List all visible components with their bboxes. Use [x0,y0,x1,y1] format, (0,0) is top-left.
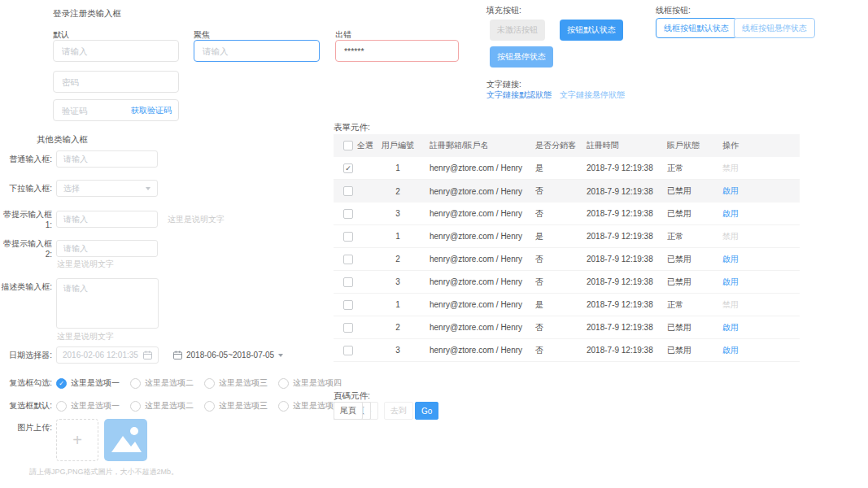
other-inputs-title: 其他类输入框 [37,134,88,146]
select-input-row: 下拉输入框: 选择 [0,180,158,197]
cell-distributor: 是 [529,299,581,311]
radio-option-label: 这里是选项一 [71,400,120,412]
row-action-link[interactable]: 啟用 [722,186,739,195]
normal-input[interactable] [56,150,158,168]
datetime-value: 2016-02-06 12:01:35 [63,351,138,359]
cell-distributor: 否 [529,322,581,333]
hint-input-1[interactable] [56,211,158,228]
header-email: 註冊郵箱/賬戶名 [421,140,529,151]
text-link-hover[interactable]: 文字鏈接悬停狀態 [560,89,625,101]
radio-group: 这里是选项一这里是选项二这里是选项三这里是选项四 [56,400,352,412]
hint-input-1-label: 带提示输入框1: [0,209,52,229]
cell-register-time: 2018-7-9 12:19:38 [581,163,662,172]
select-dropdown[interactable]: 选择 [56,180,158,197]
radio-icon [278,378,289,389]
radio-option[interactable]: 这里是选项三 [204,400,268,412]
inactive-button[interactable]: 未激活按钮 [490,20,545,41]
row-action-link[interactable]: 啟用 [722,346,739,355]
header-action: 操作 [716,140,800,151]
table-row: 1henry@ztore.com / Henry是2018-7-9 12:19:… [334,294,800,316]
table-section-title: 表單元件: [334,122,370,133]
cell-register-time: 2018-7-9 12:19:38 [581,300,662,309]
radio-option[interactable]: 这里是选项三 [204,377,268,389]
date-picker-label: 日期选择器: [0,350,52,361]
radio-icon [56,401,67,412]
row-action-link[interactable]: 禁用 [722,300,739,309]
select-all-checkbox[interactable] [343,141,353,150]
outline-default-button[interactable]: 线框按钮默认状态 [656,18,737,38]
row-checkbox[interactable] [343,300,353,310]
cell-register-time: 2018-7-9 12:19:38 [581,187,662,196]
textarea-row: 描述类输入框: [0,278,159,329]
radio-option[interactable]: 这里是选项二 [130,400,194,412]
header-user-id: 用戶編號 [374,140,421,151]
cell-user-id: 2 [374,323,421,332]
style-guide-page: 登录注册类输入框 默认 聚焦 出错 获取验证码 填充按钮: 未激活按钮 按钮默认… [0,0,868,488]
table-row: 3henry@ztore.com / Henry否2018-7-9 12:19:… [334,203,800,225]
cell-register-time: 2018-7-9 12:19:38 [581,255,662,264]
login-input-default[interactable] [53,40,179,62]
hint-input-row-1: 带提示输入框1: 这里是说明文字 [0,209,225,229]
default-button[interactable]: 按钮默认状态 [560,20,623,41]
row-action-link[interactable]: 啟用 [722,209,739,218]
cell-user-id: 2 [374,187,421,196]
radio-group: ✓这里是选项一这里是选项二这里是选项三这里是选项四 [56,377,352,389]
cell-account-status: 已禁用 [662,208,716,220]
radio-row-1-label: 复选框勾选: [0,377,52,389]
login-input-error[interactable] [335,40,459,62]
get-captcha-link[interactable]: 获取验证码 [131,105,172,116]
row-checkbox[interactable] [343,232,353,242]
hover-button[interactable]: 按钮悬停状态 [490,46,553,68]
row-action-link[interactable]: 禁用 [722,163,739,172]
row-checkbox[interactable]: ✓ [343,163,353,173]
row-checkbox[interactable] [343,255,353,264]
upload-hint: 請上傳JPG,PNG格式圖片，大小不超過2Mb。 [29,467,178,477]
textarea-label: 描述类输入框: [0,278,52,293]
upload-row: 图片上传: + [0,419,147,461]
radio-option-label: 这里是选项二 [145,377,194,389]
radio-icon [204,401,215,412]
go-button[interactable]: Go [415,402,438,420]
filled-buttons-title: 填充按钮: [486,5,521,16]
calendar-icon [173,351,182,359]
outline-hover-button[interactable]: 线框按钮悬停状态 [734,18,815,38]
radio-row-2-label: 复选框默认: [0,400,52,412]
cell-account-status: 已禁用 [662,277,716,288]
goto-page-input[interactable]: 去到 [384,402,413,420]
table-body: ✓1henry@ztore.com / Henry是2018-7-9 12:19… [334,157,800,362]
row-action-link[interactable]: 啟用 [722,255,739,264]
login-input-focus[interactable] [194,40,320,62]
row-checkbox[interactable] [343,209,353,219]
datetime-input[interactable]: 2016-02-06 12:01:35 [56,346,159,364]
uploaded-image-thumbnail[interactable] [104,419,147,461]
header-distributor: 是否分銷客 [529,140,581,151]
chevron-down-icon [146,187,150,190]
date-range-picker[interactable]: 2018-06-05~2018-07-05 [173,351,283,359]
cell-distributor: 否 [529,345,581,356]
description-textarea[interactable] [56,278,159,329]
cell-register-time: 2018-7-9 12:19:38 [581,209,662,218]
radio-option[interactable]: 这里是选项一 [56,400,120,412]
chevron-down-icon [278,354,283,357]
radio-option[interactable]: 这里是选项四 [278,400,342,412]
text-link-default[interactable]: 文字鏈接默認狀態 [486,89,552,101]
row-checkbox[interactable] [343,186,353,196]
cell-email: henry@ztore.com / Henry [421,232,529,241]
row-checkbox[interactable] [343,346,353,355]
hint-text-under-textarea: 这里是说明文字 [57,331,114,342]
upload-add-button[interactable]: + [56,419,98,461]
password-field[interactable] [53,71,179,93]
row-checkbox[interactable] [343,277,353,287]
user-table: 全選 用戶編號 註冊郵箱/賬戶名 是否分銷客 註冊時間 賬戶狀態 操作 ✓1he… [334,134,800,362]
hint-input-2[interactable] [56,240,158,257]
radio-option[interactable]: ✓这里是选项一 [56,377,120,389]
cell-account-status: 正常 [662,231,716,242]
row-action-link[interactable]: 啟用 [722,323,739,332]
row-action-link[interactable]: 啟用 [722,277,739,286]
row-checkbox[interactable] [343,323,353,333]
page-button[interactable]: 尾頁 [334,402,363,420]
cell-register-time: 2018-7-9 12:19:38 [581,277,662,286]
row-action-link[interactable]: 禁用 [722,232,739,241]
radio-option[interactable]: 这里是选项四 [278,377,342,389]
radio-option[interactable]: 这里是选项二 [130,377,194,389]
